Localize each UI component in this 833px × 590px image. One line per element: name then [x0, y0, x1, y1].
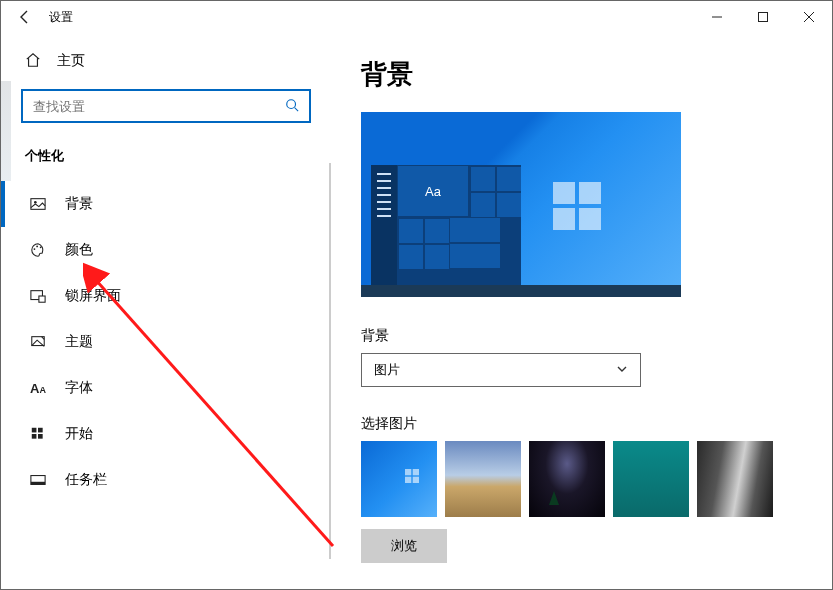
titlebar: 设置	[1, 1, 832, 33]
search-icon	[285, 98, 299, 115]
picture-icon	[29, 195, 47, 213]
sidebar-nav: 背景 颜色 锁屏界面 主题 AA 字体	[1, 181, 331, 503]
sidebar-item-label: 背景	[65, 195, 93, 213]
preview-taskbar	[361, 285, 681, 297]
chevron-down-icon	[616, 363, 628, 378]
svg-rect-15	[38, 428, 43, 433]
close-button[interactable]	[786, 1, 832, 33]
sidebar-item-label: 锁屏界面	[65, 287, 121, 305]
sidebar-item-label: 任务栏	[65, 471, 107, 489]
select-value: 图片	[374, 361, 400, 379]
sidebar-home-label: 主页	[57, 52, 85, 70]
svg-rect-14	[32, 428, 37, 433]
thumbnail-3[interactable]	[529, 441, 605, 517]
sidebar-item-label: 字体	[65, 379, 93, 397]
fonts-icon: AA	[29, 379, 47, 397]
svg-rect-16	[32, 434, 37, 439]
windows-logo-icon	[553, 182, 601, 230]
background-type-select[interactable]: 图片	[361, 353, 641, 387]
window-controls	[694, 1, 832, 33]
sidebar-item-themes[interactable]: 主题	[1, 319, 331, 365]
preview-start-menu: Aa	[371, 165, 521, 285]
svg-point-10	[40, 246, 42, 248]
sidebar-item-label: 主题	[65, 333, 93, 351]
maximize-button[interactable]	[740, 1, 786, 33]
search-box[interactable]	[21, 89, 311, 123]
window-title: 设置	[49, 9, 73, 26]
palette-icon	[29, 241, 47, 259]
preview-sample-tile: Aa	[398, 166, 468, 216]
svg-line-5	[295, 107, 299, 111]
svg-point-9	[36, 246, 38, 248]
sidebar-item-background[interactable]: 背景	[1, 181, 331, 227]
thumbnail-4[interactable]	[613, 441, 689, 517]
themes-icon	[29, 333, 47, 351]
sidebar-item-lockscreen[interactable]: 锁屏界面	[1, 273, 331, 319]
svg-rect-12	[39, 296, 45, 302]
background-dropdown-label: 背景	[361, 327, 802, 345]
settings-window: 设置 主页 个性化	[0, 0, 833, 590]
content-pane: 背景 Aa	[331, 33, 832, 589]
sidebar-item-label: 开始	[65, 425, 93, 443]
sidebar-item-label: 颜色	[65, 241, 93, 259]
thumbnail-2[interactable]	[445, 441, 521, 517]
sidebar-section-title: 个性化	[1, 135, 331, 181]
svg-point-8	[34, 248, 36, 250]
page-title: 背景	[361, 57, 802, 92]
thumbnail-5[interactable]	[697, 441, 773, 517]
picture-thumbnails	[361, 441, 802, 517]
body: 主页 个性化 背景 颜色	[1, 33, 832, 589]
sidebar-home[interactable]: 主页	[1, 41, 331, 81]
svg-rect-1	[759, 13, 768, 22]
sidebar-item-taskbar[interactable]: 任务栏	[1, 457, 331, 503]
home-icon	[25, 52, 41, 71]
sidebar-item-colors[interactable]: 颜色	[1, 227, 331, 273]
search-input[interactable]	[33, 99, 285, 114]
background-preview: Aa	[361, 112, 681, 297]
back-button[interactable]	[9, 1, 41, 33]
taskbar-icon	[29, 471, 47, 489]
sidebar-item-fonts[interactable]: AA 字体	[1, 365, 331, 411]
lockscreen-icon	[29, 287, 47, 305]
minimize-button[interactable]	[694, 1, 740, 33]
start-icon	[29, 425, 47, 443]
sidebar-item-start[interactable]: 开始	[1, 411, 331, 457]
svg-point-4	[287, 99, 296, 108]
svg-rect-19	[31, 482, 45, 485]
browse-button[interactable]: 浏览	[361, 529, 447, 563]
svg-rect-17	[38, 434, 43, 439]
sidebar: 主页 个性化 背景 颜色	[1, 33, 331, 589]
choose-picture-label: 选择图片	[361, 415, 802, 433]
thumbnail-1[interactable]	[361, 441, 437, 517]
search-container	[1, 81, 331, 135]
svg-point-7	[34, 201, 37, 204]
